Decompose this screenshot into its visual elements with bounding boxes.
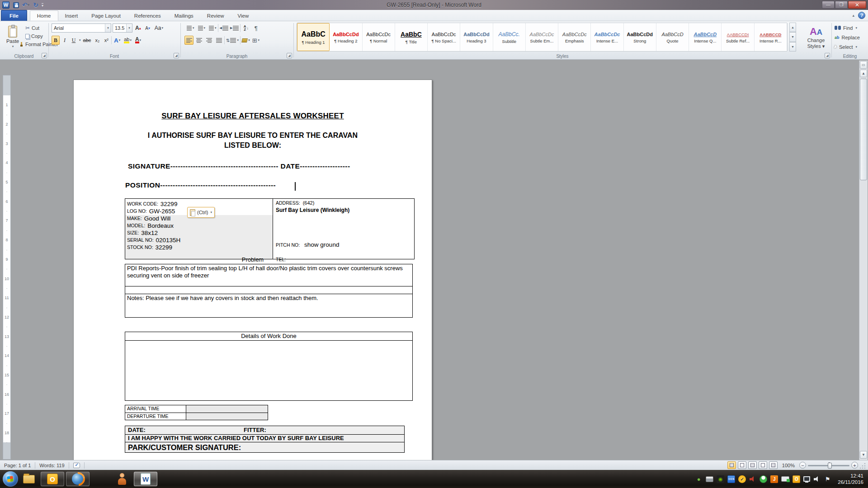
- text-effects-button[interactable]: A▾: [113, 36, 122, 45]
- ribbon-tab[interactable]: Review: [200, 10, 231, 21]
- style-item[interactable]: AaBbCc. Subtitle: [493, 23, 526, 51]
- style-item[interactable]: AaBbCcDc Intense E...: [591, 23, 623, 51]
- style-item[interactable]: AABBCCDI Subtle Ref...: [722, 23, 754, 51]
- show-marks-button[interactable]: ¶: [251, 23, 260, 33]
- multilevel-list-button[interactable]: ▾: [207, 23, 217, 33]
- font-dialog-launcher[interactable]: ◢: [174, 53, 179, 58]
- tray-icon[interactable]: CCS: [727, 475, 735, 483]
- paste-options-button[interactable]: (Ctrl) ▾: [187, 207, 215, 218]
- style-item[interactable]: AaBbCcDd Heading 3: [460, 23, 493, 51]
- tray-icon[interactable]: [706, 476, 713, 482]
- styles-scroll-up-button[interactable]: ▲: [789, 23, 796, 32]
- clipboard-dialog-launcher[interactable]: ◢: [42, 53, 47, 58]
- zoom-level[interactable]: 100%: [779, 463, 797, 468]
- subscript-button[interactable]: x₂: [93, 36, 101, 45]
- select-button[interactable]: Select▾: [835, 42, 867, 51]
- ribbon-tab[interactable]: File: [1, 10, 27, 21]
- print-layout-view-button[interactable]: [727, 461, 736, 469]
- italic-button[interactable]: I: [61, 36, 69, 45]
- style-item[interactable]: AaBbCcDc ¶ Normal: [363, 23, 395, 51]
- style-item[interactable]: AaBbC ¶ Heading 1: [297, 23, 330, 51]
- tray-icon[interactable]: ✓: [738, 475, 746, 483]
- vertical-scrollbar[interactable]: ▭ ▲ ▼: [859, 61, 868, 460]
- font-color-button[interactable]: A▾: [134, 36, 142, 45]
- ribbon-tab[interactable]: References: [127, 10, 168, 21]
- ribbon-tab[interactable]: Page Layout: [85, 10, 127, 21]
- draft-view-button[interactable]: [769, 461, 778, 469]
- taskbar-clock[interactable]: 12:41 26/11/2016: [831, 473, 868, 485]
- style-item[interactable]: AaBbCcD Intense Q...: [689, 23, 722, 51]
- minimize-button[interactable]: —: [822, 1, 835, 9]
- increase-indent-button[interactable]: ▶: [230, 23, 239, 33]
- numbering-button[interactable]: ▾: [196, 23, 206, 33]
- change-styles-button[interactable]: AA ChangeStyles ▾: [799, 23, 833, 52]
- outline-view-button[interactable]: [759, 461, 767, 469]
- tray-icon[interactable]: J: [770, 475, 778, 483]
- strikethrough-button[interactable]: abc: [82, 36, 93, 45]
- tray-icon[interactable]: O: [793, 475, 800, 483]
- style-item[interactable]: AaBbCcDc Subtle Em...: [526, 23, 558, 51]
- superscript-button[interactable]: x²: [102, 36, 110, 45]
- taskbar-firefox-button[interactable]: [66, 472, 90, 486]
- start-button[interactable]: [3, 471, 18, 487]
- font-size-select[interactable]: 13.5▾: [113, 23, 132, 33]
- borders-button[interactable]: ⊞▾: [251, 36, 260, 45]
- scroll-up-button[interactable]: ▲: [860, 70, 867, 77]
- tray-icon[interactable]: [803, 476, 810, 482]
- resize-grip[interactable]: [860, 462, 866, 469]
- style-item[interactable]: AaBbCcDc Emphasis: [558, 23, 591, 51]
- tray-icon[interactable]: [760, 475, 767, 483]
- taskbar-contacts-button[interactable]: [112, 472, 132, 486]
- style-item[interactable]: AaBbCcD Quote: [656, 23, 689, 51]
- line-spacing-button[interactable]: ⇅▾: [226, 36, 239, 45]
- tray-icon[interactable]: [781, 476, 789, 482]
- word-count[interactable]: Words: 119: [35, 460, 68, 470]
- ruler-toggle-button[interactable]: ▭: [860, 61, 867, 69]
- zoom-out-button[interactable]: −: [799, 462, 806, 469]
- highlight-button[interactable]: ab▾: [123, 36, 133, 45]
- tray-icon[interactable]: [813, 476, 821, 482]
- zoom-slider-thumb[interactable]: [828, 463, 832, 469]
- paragraph-dialog-launcher[interactable]: ◢: [287, 53, 292, 58]
- find-button[interactable]: Find▾: [835, 23, 867, 32]
- underline-button[interactable]: U: [70, 36, 78, 45]
- style-item[interactable]: AaBbCcDd Strong: [624, 23, 656, 51]
- style-item[interactable]: AaBbCcDc ¶ No Spaci...: [428, 23, 460, 51]
- align-right-button[interactable]: [204, 36, 213, 45]
- tray-icon[interactable]: [749, 476, 756, 482]
- tray-icon[interactable]: ●: [695, 475, 703, 483]
- taskbar-explorer-button[interactable]: [19, 472, 39, 486]
- close-button[interactable]: ✕: [848, 1, 866, 9]
- justify-button[interactable]: [214, 36, 223, 45]
- proofing-status[interactable]: [69, 460, 84, 470]
- change-case-button[interactable]: Aa▾: [153, 23, 165, 33]
- collapse-ribbon-icon[interactable]: ▴: [852, 13, 854, 18]
- ribbon-tab[interactable]: Insert: [58, 10, 85, 21]
- bold-button[interactable]: B: [52, 36, 60, 45]
- web-layout-view-button[interactable]: [748, 461, 757, 469]
- scrollbar-thumb[interactable]: [860, 79, 867, 180]
- zoom-in-button[interactable]: +: [851, 462, 858, 469]
- ribbon-tab[interactable]: Home: [30, 10, 58, 21]
- styles-scroll-down-button[interactable]: ▼: [789, 32, 796, 42]
- style-item[interactable]: AABBCCD Intense R...: [755, 23, 787, 51]
- font-name-select[interactable]: Arial▾: [52, 23, 111, 33]
- document-page[interactable]: SURF BAY LEISURE AFTERSALES WORKSHEET I …: [73, 80, 432, 460]
- replace-button[interactable]: abReplace: [835, 33, 867, 42]
- page-count[interactable]: Page: 1 of 1: [0, 460, 35, 470]
- shading-button[interactable]: ▾: [241, 36, 250, 45]
- taskbar-outlook-button[interactable]: O: [41, 472, 64, 486]
- ribbon-tab[interactable]: Mailings: [168, 10, 200, 21]
- styles-dialog-launcher[interactable]: ◢: [825, 53, 830, 58]
- align-center-button[interactable]: [194, 36, 203, 45]
- zoom-slider[interactable]: [808, 462, 849, 469]
- styles-expand-button[interactable]: ▼: [789, 42, 796, 52]
- ribbon-tab[interactable]: View: [231, 10, 256, 21]
- underline-dropdown-icon[interactable]: ▾: [79, 38, 81, 42]
- style-item[interactable]: AaBbCcDd ¶ Heading 2: [330, 23, 362, 51]
- grow-font-button[interactable]: A▴: [134, 23, 142, 33]
- style-item[interactable]: AaBbC ¶ Title: [395, 23, 428, 51]
- sort-button[interactable]: AZ↓: [241, 23, 250, 33]
- align-left-button[interactable]: [184, 36, 193, 45]
- tray-icon[interactable]: ⚑: [824, 475, 831, 483]
